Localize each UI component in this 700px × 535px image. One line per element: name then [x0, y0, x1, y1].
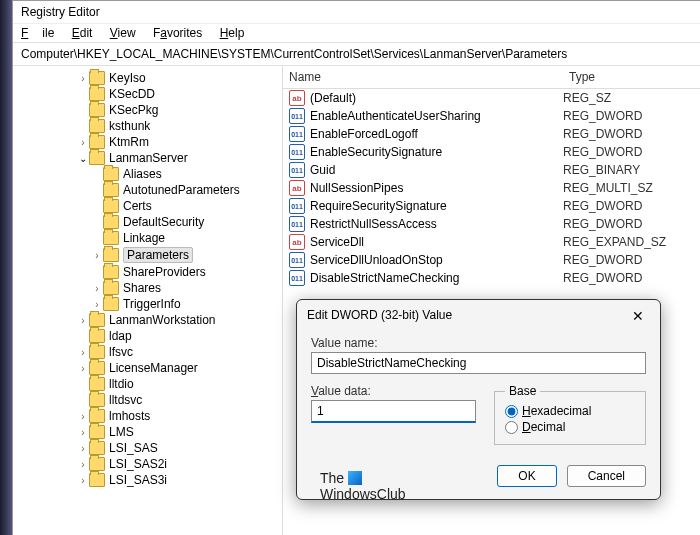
tree-item-ksecdd[interactable]: KSecDD [77, 86, 280, 102]
menu-edit[interactable]: Edit [72, 26, 93, 40]
folder-icon [89, 329, 105, 343]
menu-favorites[interactable]: Favorites [153, 26, 202, 40]
header-name[interactable]: Name [283, 66, 563, 88]
tree-item-ksthunk[interactable]: ksthunk [77, 118, 280, 134]
chevron-right-icon[interactable]: › [77, 73, 89, 84]
chevron-right-icon[interactable]: › [77, 137, 89, 148]
tree-item-label: Certs [123, 199, 152, 213]
menu-help[interactable]: Help [220, 26, 245, 40]
tree-item-lfsvc[interactable]: ›lfsvc [77, 344, 280, 360]
menu-bar: File Edit View Favorites Help [13, 24, 700, 43]
menu-view[interactable]: View [110, 26, 136, 40]
chevron-right-icon[interactable]: › [77, 475, 89, 486]
chevron-down-icon[interactable]: ⌄ [77, 153, 89, 164]
list-row[interactable]: 011ServiceDllUnloadOnStopREG_DWORD [283, 251, 700, 269]
chevron-right-icon[interactable]: › [77, 427, 89, 438]
chevron-right-icon[interactable]: › [77, 363, 89, 374]
chevron-right-icon[interactable]: › [77, 459, 89, 470]
tree-view[interactable]: ›KeyIsoKSecDDKSecPkgksthunk›KtmRm⌄Lanman… [13, 66, 283, 535]
list-row[interactable]: 011RequireSecuritySignatureREG_DWORD [283, 197, 700, 215]
chevron-right-icon[interactable]: › [91, 283, 103, 294]
folder-icon [89, 313, 105, 327]
folder-icon [89, 345, 105, 359]
list-row[interactable]: abNullSessionPipesREG_MULTI_SZ [283, 179, 700, 197]
binary-icon: 011 [289, 198, 305, 214]
tree-item-label: LicenseManager [109, 361, 198, 375]
left-edge-decor [0, 0, 12, 535]
folder-icon [89, 409, 105, 423]
tree-item-label: KSecPkg [109, 103, 158, 117]
tree-item-lsi_sas[interactable]: ›LSI_SAS [77, 440, 280, 456]
chevron-right-icon[interactable]: › [77, 411, 89, 422]
tree-item-parameters[interactable]: ›Parameters [91, 246, 280, 264]
menu-file[interactable]: File [21, 26, 54, 40]
value-name-input[interactable] [311, 352, 646, 374]
list-row[interactable]: 011RestrictNullSessAccessREG_DWORD [283, 215, 700, 233]
list-row[interactable]: ab(Default)REG_SZ [283, 89, 700, 107]
tree-item-lltdsvc[interactable]: lltdsvc [77, 392, 280, 408]
tree-item-certs[interactable]: Certs [91, 198, 280, 214]
tree-item-label: lfsvc [109, 345, 133, 359]
tree-item-ktmrm[interactable]: ›KtmRm [77, 134, 280, 150]
tree-item-label: lmhosts [109, 409, 150, 423]
tree-item-linkage[interactable]: Linkage [91, 230, 280, 246]
brand-square-icon [348, 471, 362, 485]
value-name: RestrictNullSessAccess [310, 217, 437, 231]
tree-item-label: KtmRm [109, 135, 149, 149]
radio-dec[interactable] [505, 421, 518, 434]
tree-item-lsi_sas2i[interactable]: ›LSI_SAS2i [77, 456, 280, 472]
cancel-button[interactable]: Cancel [567, 465, 646, 487]
value-type: REG_DWORD [563, 271, 700, 285]
value-name: Guid [310, 163, 335, 177]
close-icon[interactable]: ✕ [626, 308, 650, 324]
value-type: REG_DWORD [563, 199, 700, 213]
tree-item-lms[interactable]: ›LMS [77, 424, 280, 440]
list-row[interactable]: 011GuidREG_BINARY [283, 161, 700, 179]
ok-button[interactable]: OK [497, 465, 556, 487]
tree-item-autotunedparameters[interactable]: AutotunedParameters [91, 182, 280, 198]
tree-item-shares[interactable]: ›Shares [91, 280, 280, 296]
list-row[interactable]: 011EnableSecuritySignatureREG_DWORD [283, 143, 700, 161]
dialog-title: Edit DWORD (32-bit) Value [307, 308, 452, 324]
tree-item-lltdio[interactable]: lltdio [77, 376, 280, 392]
tree-item-lsi_sas3i[interactable]: ›LSI_SAS3i [77, 472, 280, 488]
tree-item-lanmanserver[interactable]: ⌄LanmanServer [77, 150, 280, 166]
list-row[interactable]: abServiceDllREG_EXPAND_SZ [283, 233, 700, 251]
tree-item-keyiso[interactable]: ›KeyIso [77, 70, 280, 86]
tree-item-defaultsecurity[interactable]: DefaultSecurity [91, 214, 280, 230]
chevron-right-icon[interactable]: › [77, 315, 89, 326]
chevron-right-icon[interactable]: › [77, 347, 89, 358]
tree-item-licensemanager[interactable]: ›LicenseManager [77, 360, 280, 376]
tree-item-label: TriggerInfo [123, 297, 181, 311]
base-legend: Base [505, 384, 540, 398]
chevron-right-icon[interactable]: › [91, 250, 103, 261]
folder-icon [103, 248, 119, 262]
string-icon: ab [289, 234, 305, 250]
value-name: (Default) [310, 91, 356, 105]
folder-icon [103, 183, 119, 197]
list-row[interactable]: 011EnableForcedLogoffREG_DWORD [283, 125, 700, 143]
tree-item-ksecpkg[interactable]: KSecPkg [77, 102, 280, 118]
value-data-input[interactable] [311, 400, 476, 423]
value-name-label: Value name: [311, 336, 646, 350]
tree-item-triggerinfo[interactable]: ›TriggerInfo [91, 296, 280, 312]
chevron-right-icon[interactable]: › [77, 443, 89, 454]
window-title: Registry Editor [13, 1, 700, 24]
radio-hex-label[interactable]: Hexadecimal [522, 404, 591, 418]
value-name: NullSessionPipes [310, 181, 403, 195]
header-type[interactable]: Type [563, 66, 700, 88]
address-bar[interactable]: Computer\HKEY_LOCAL_MACHINE\SYSTEM\Curre… [13, 43, 700, 66]
tree-item-shareproviders[interactable]: ShareProviders [91, 264, 280, 280]
folder-icon [103, 231, 119, 245]
tree-item-lanmanworkstation[interactable]: ›LanmanWorkstation [77, 312, 280, 328]
radio-dec-label[interactable]: Decimal [522, 420, 565, 434]
tree-item-aliases[interactable]: Aliases [91, 166, 280, 182]
tree-item-label: LanmanWorkstation [109, 313, 216, 327]
chevron-right-icon[interactable]: › [91, 299, 103, 310]
folder-icon [89, 393, 105, 407]
radio-hex[interactable] [505, 405, 518, 418]
list-row[interactable]: 011EnableAuthenticateUserSharingREG_DWOR… [283, 107, 700, 125]
tree-item-ldap[interactable]: ldap [77, 328, 280, 344]
list-row[interactable]: 011DisableStrictNameCheckingREG_DWORD [283, 269, 700, 287]
tree-item-lmhosts[interactable]: ›lmhosts [77, 408, 280, 424]
